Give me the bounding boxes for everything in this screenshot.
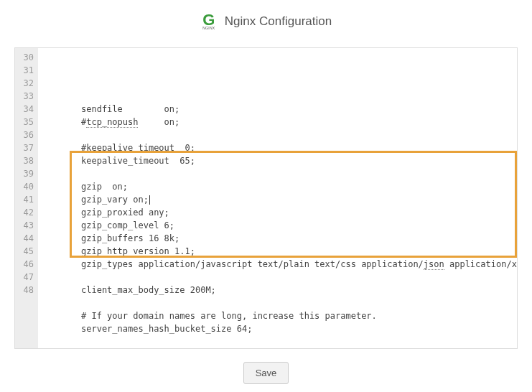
code-line[interactable] xyxy=(45,90,517,103)
line-number: 36 xyxy=(21,129,34,141)
line-number: 35 xyxy=(21,116,34,129)
nginx-logo-icon: G NGINX xyxy=(200,13,218,30)
editor-panel: 30313233343536373839404142434445464748 s… xyxy=(14,47,518,349)
line-number: 41 xyxy=(21,193,34,206)
line-number: 46 xyxy=(21,258,34,271)
code-line[interactable]: #keepalive_timeout 0; xyxy=(45,141,517,154)
line-number: 31 xyxy=(21,64,34,77)
line-number: 39 xyxy=(21,167,34,180)
line-number: 43 xyxy=(21,219,34,232)
line-number: 34 xyxy=(21,103,34,116)
line-number: 33 xyxy=(21,90,34,103)
code-line[interactable]: #tcp_nopush on; xyxy=(45,116,517,129)
line-number: 37 xyxy=(21,141,34,154)
line-number: 48 xyxy=(21,284,34,297)
line-number: 45 xyxy=(21,245,34,258)
logo-subtext: NGINX xyxy=(200,26,218,30)
code-line[interactable]: # If your domain names are long, increas… xyxy=(45,309,517,322)
code-line[interactable]: server_names_hash_bucket_size 64; xyxy=(45,322,517,335)
save-button[interactable]: Save xyxy=(243,362,289,384)
code-editor[interactable]: 30313233343536373839404142434445464748 s… xyxy=(15,48,517,348)
line-number: 32 xyxy=(21,77,34,90)
code-line[interactable] xyxy=(45,129,517,141)
line-number: 47 xyxy=(21,271,34,284)
line-number: 38 xyxy=(21,154,34,167)
logo-letter: G xyxy=(200,13,218,27)
code-line[interactable]: gzip_types application/javascript text/p… xyxy=(45,258,517,271)
line-number: 30 xyxy=(21,51,34,64)
code-line[interactable]: gzip_buffers 16 8k; xyxy=(45,232,517,245)
code-line[interactable]: client_max_body_size 200M; xyxy=(45,284,517,297)
code-line[interactable] xyxy=(45,297,517,309)
code-line[interactable]: gzip_vary on; xyxy=(45,193,517,206)
page-title: Nginx Configuration xyxy=(225,14,332,29)
code-line[interactable] xyxy=(45,335,517,348)
code-line[interactable]: gzip_http_version 1.1; xyxy=(45,245,517,258)
code-line[interactable]: gzip on; xyxy=(45,180,517,193)
code-line[interactable]: keepalive_timeout 65; xyxy=(45,154,517,167)
code-line[interactable] xyxy=(45,167,517,180)
line-number: 44 xyxy=(21,232,34,245)
footer: Save xyxy=(0,349,532,384)
code-line[interactable]: sendfile on; xyxy=(45,103,517,116)
code-area[interactable]: sendfile on;#tcp_nopush on;#keepalive_ti… xyxy=(38,48,517,348)
line-number: 42 xyxy=(21,206,34,219)
page-header: G NGINX Nginx Configuration xyxy=(0,0,532,40)
line-number: 40 xyxy=(21,180,34,193)
code-line[interactable]: gzip_comp_level 6; xyxy=(45,219,517,232)
code-line[interactable] xyxy=(45,271,517,284)
line-number-gutter: 30313233343536373839404142434445464748 xyxy=(15,48,38,348)
code-line[interactable]: gzip_proxied any; xyxy=(45,206,517,219)
